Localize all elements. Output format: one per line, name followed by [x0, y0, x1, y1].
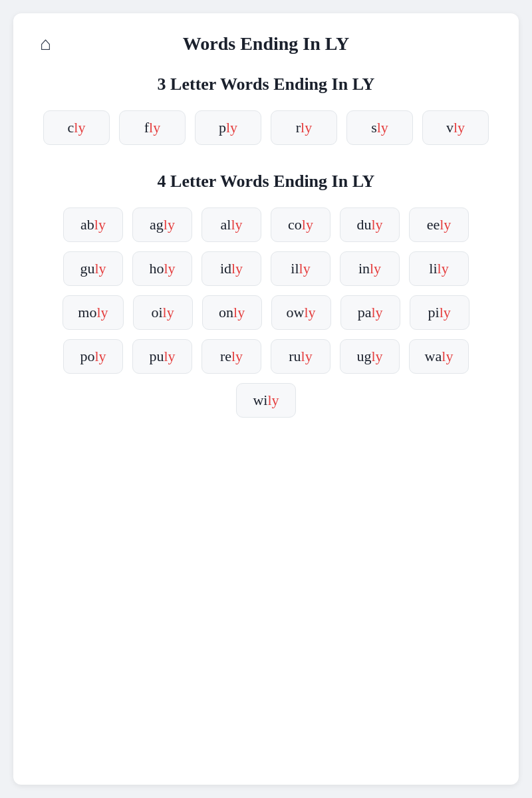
word-prefix: wa [425, 348, 442, 365]
word-card[interactable]: idly [201, 251, 261, 286]
word-card[interactable]: ugly [340, 339, 400, 374]
word-suffix: ly [164, 260, 175, 277]
word-card[interactable]: vly [422, 110, 489, 145]
word-suffix: ly [302, 216, 313, 233]
word-card[interactable]: fly [119, 110, 186, 145]
word-prefix: in [358, 260, 370, 277]
word-suffix: ly [231, 216, 242, 233]
word-prefix: ow [287, 304, 305, 321]
word-prefix: du [356, 216, 371, 233]
word-prefix: on [219, 304, 233, 321]
word-card[interactable]: illy [271, 251, 331, 286]
word-prefix: pa [358, 304, 372, 321]
word-prefix: li [429, 260, 437, 277]
word-suffix: ly [226, 119, 237, 136]
word-suffix: ly [442, 348, 453, 365]
word-card[interactable]: coly [271, 207, 331, 242]
word-suffix: ly [454, 119, 465, 136]
word-suffix: ly [163, 304, 174, 321]
page-container: ⌂ Words Ending In LY 3 Letter Words Endi… [13, 13, 519, 785]
word-suffix: ly [438, 260, 449, 277]
word-card[interactable]: paly [340, 295, 400, 330]
section-four-letter: 4 Letter Words Ending In LYablyaglyallyc… [40, 172, 492, 418]
word-suffix: ly [74, 119, 85, 136]
word-prefix: ho [149, 260, 164, 277]
word-card[interactable]: lily [409, 251, 469, 286]
word-card[interactable]: agly [132, 207, 192, 242]
word-suffix: ly [370, 260, 381, 277]
word-prefix: oi [151, 304, 162, 321]
word-suffix: ly [440, 216, 451, 233]
word-suffix: ly [96, 304, 108, 321]
word-prefix: wi [253, 392, 267, 409]
word-prefix: s [371, 119, 377, 136]
word-suffix: ly [371, 216, 382, 233]
word-prefix: gu [80, 260, 94, 277]
header: ⌂ Words Ending In LY [40, 33, 492, 55]
word-prefix: mo [78, 304, 96, 321]
word-grid-four-letter: ablyaglyallycolydulyeelygulyholyidlyilly… [40, 207, 492, 418]
word-card[interactable]: owly [271, 295, 331, 330]
word-suffix: ly [94, 348, 106, 365]
word-card[interactable]: ably [63, 207, 123, 242]
word-prefix: il [291, 260, 299, 277]
sections-container: 3 Letter Words Ending In LYclyflyplyrlys… [40, 74, 492, 418]
word-card[interactable]: sly [346, 110, 413, 145]
word-prefix: al [220, 216, 231, 233]
word-prefix: r [296, 119, 301, 136]
word-suffix: ly [231, 348, 243, 365]
word-prefix: f [144, 119, 149, 136]
section-title-four-letter: 4 Letter Words Ending In LY [40, 172, 492, 192]
word-suffix: ly [164, 348, 175, 365]
word-prefix: p [219, 119, 226, 136]
word-prefix: ag [150, 216, 164, 233]
word-card[interactable]: ally [201, 207, 261, 242]
word-card[interactable]: holy [132, 251, 192, 286]
word-suffix: ly [299, 260, 311, 277]
word-card[interactable]: ply [195, 110, 261, 145]
word-prefix: po [80, 348, 94, 365]
word-suffix: ly [371, 348, 382, 365]
word-prefix: c [68, 119, 74, 136]
word-suffix: ly [377, 119, 388, 136]
word-prefix: id [220, 260, 231, 277]
page-title: Words Ending In LY [183, 33, 349, 55]
word-suffix: ly [94, 216, 106, 233]
word-suffix: ly [305, 304, 316, 321]
section-title-three-letter: 3 Letter Words Ending In LY [40, 74, 492, 94]
word-prefix: re [220, 348, 231, 365]
word-suffix: ly [267, 392, 279, 409]
word-card[interactable]: inly [340, 251, 400, 286]
word-card[interactable]: ruly [271, 339, 331, 374]
word-suffix: ly [149, 119, 160, 136]
word-card[interactable]: only [202, 295, 262, 330]
home-icon[interactable]: ⌂ [40, 33, 51, 55]
word-grid-three-letter: clyflyplyrlyslyvly [40, 110, 492, 145]
word-card[interactable]: rely [201, 339, 261, 374]
word-suffix: ly [164, 216, 175, 233]
word-suffix: ly [371, 304, 382, 321]
word-card[interactable]: oily [133, 295, 193, 330]
word-card[interactable]: puly [132, 339, 192, 374]
word-card[interactable]: duly [340, 207, 400, 242]
word-card[interactable]: waly [409, 339, 469, 374]
word-prefix: ee [427, 216, 440, 233]
word-prefix: ru [289, 348, 301, 365]
word-suffix: ly [233, 304, 245, 321]
word-card[interactable]: pily [410, 295, 469, 330]
word-prefix: pi [428, 304, 440, 321]
word-suffix: ly [301, 119, 312, 136]
word-suffix: ly [94, 260, 106, 277]
word-card[interactable]: poly [63, 339, 123, 374]
word-suffix: ly [301, 348, 313, 365]
word-suffix: ly [231, 260, 243, 277]
word-card[interactable]: cly [43, 110, 110, 145]
word-card[interactable]: moly [63, 295, 123, 330]
word-card[interactable]: wily [236, 383, 296, 418]
word-card[interactable]: rly [271, 110, 337, 145]
word-card[interactable]: eely [409, 207, 469, 242]
word-prefix: pu [149, 348, 164, 365]
word-suffix: ly [440, 304, 451, 321]
word-prefix: ug [356, 348, 371, 365]
word-card[interactable]: guly [63, 251, 123, 286]
